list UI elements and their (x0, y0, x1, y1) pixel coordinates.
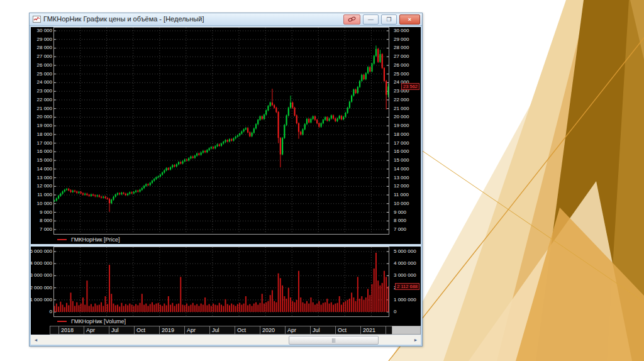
price-axis-right: 23 562 30 00029 00028 00027 00026 00025 … (392, 27, 421, 235)
axis-tick-label: 19 000 (394, 123, 409, 128)
window-chart-icon (33, 16, 41, 23)
ruler-left-pad (31, 326, 50, 335)
axis-tick-label: 28 000 (37, 45, 52, 50)
scrollbar-thumb[interactable] (289, 336, 379, 345)
axis-tick-label: 2 000 000 (31, 286, 52, 291)
axis-tick-label: 5 000 000 (31, 249, 52, 254)
maximize-button[interactable]: ❐ (381, 14, 397, 25)
time-axis-label: Oct (335, 326, 360, 335)
axis-tick-label: 0 (50, 309, 52, 314)
volume-series-marker (57, 321, 67, 322)
axis-tick-label: 11 000 (394, 192, 409, 197)
axis-tick-label: 14 000 (394, 167, 409, 172)
last-volume-badge: 2 112 688 (395, 283, 419, 290)
axis-tick-label: 11 000 (37, 192, 52, 197)
price-legend-label: ГМКНорНик [Price] (71, 236, 119, 243)
axis-tick-label: 3 000 000 (394, 273, 416, 278)
volume-axis-left: 5 000 0004 000 0003 000 0002 000 0001 00… (31, 247, 53, 317)
axis-tick-label: 22 000 (37, 97, 52, 103)
price-legend: ГМКНорНик [Price] (31, 235, 421, 244)
axis-tick-label: 21 000 (37, 106, 52, 111)
axis-tick-label: 14 000 (37, 167, 52, 172)
axis-tick-label: 8 000 (394, 218, 406, 223)
axis-tick-label: 3 000 000 (31, 273, 52, 278)
volume-axis-right: 2 112 688 5 000 0004 000 0003 000 0002 0… (392, 247, 421, 317)
time-axis-label: 2018 (58, 326, 84, 335)
last-price-badge: 23 562 (401, 83, 419, 90)
ruler-lead-cell (50, 326, 58, 335)
axis-tick-label: 7 000 (394, 227, 406, 232)
volume-plot-area[interactable] (53, 247, 392, 317)
axis-tick-label: 20 000 (394, 114, 409, 119)
time-axis-label: Apr (184, 326, 209, 335)
axis-tick-label: 30 000 (394, 28, 409, 33)
axis-tick-label: 15 000 (37, 158, 52, 163)
time-axis-ruler: 2018AprJulOct2019AprJulOct2020AprJulOct2… (31, 326, 421, 335)
price-plot-area[interactable] (53, 27, 392, 235)
window-title: ГМКНорНик График цены и объёма - [Недель… (43, 13, 341, 25)
axis-tick-label: 10 000 (394, 201, 409, 206)
axis-tick-label: 19 000 (37, 123, 52, 128)
axis-tick-label: 25 000 (394, 72, 409, 77)
axis-tick-label: 16 000 (37, 149, 52, 154)
window-titlebar[interactable]: ГМКНорНик График цены и объёма - [Недель… (30, 13, 422, 26)
price-pane: 30 00029 00028 00027 00026 00025 00024 0… (31, 27, 421, 235)
axis-tick-label: 5 000 000 (394, 249, 416, 254)
axis-tick-label: 29 000 (394, 37, 409, 42)
axis-tick-label: 4 000 000 (31, 261, 52, 266)
volume-pane: 5 000 0004 000 0003 000 0002 000 0001 00… (31, 247, 421, 317)
axis-tick-label: 0 (394, 309, 396, 314)
axis-tick-label: 17 000 (394, 141, 409, 146)
axis-tick-label: 30 000 (37, 28, 52, 33)
axis-tick-label: 18 000 (394, 132, 409, 137)
axis-tick-label: 7 000 (40, 227, 52, 232)
ruler-tail (386, 326, 392, 335)
scroll-left-arrow[interactable]: ◄ (31, 335, 41, 345)
close-button[interactable]: × (399, 14, 420, 25)
axis-tick-label: 20 000 (37, 114, 52, 119)
axis-tick-label: 4 000 000 (394, 261, 416, 266)
time-axis-label: Oct (235, 326, 260, 335)
axis-tick-label: 16 000 (394, 149, 409, 154)
axis-tick-label: 12 000 (37, 184, 52, 189)
time-axis-label: Oct (134, 326, 159, 335)
time-axis-label: Apr (84, 326, 109, 335)
axis-tick-label: 10 000 (37, 201, 52, 206)
scrollbar-track[interactable] (41, 335, 411, 345)
ruler-end-block (392, 326, 421, 335)
time-axis-label: Jul (209, 326, 235, 335)
axis-tick-label: 17 000 (37, 141, 52, 146)
axis-tick-label: 24 000 (37, 80, 52, 85)
axis-tick-label: 29 000 (37, 37, 52, 42)
chart-window: ГМКНорНик График цены и объёма - [Недель… (29, 13, 423, 347)
window-content: 30 00029 00028 00027 00026 00025 00024 0… (31, 27, 421, 345)
chain-link-icon (348, 16, 356, 22)
axis-tick-label: 1 000 000 (394, 297, 416, 303)
axis-tick-label: 22 000 (394, 97, 409, 103)
axis-tick-label: 15 000 (394, 158, 409, 163)
time-axis-label: Jul (109, 326, 134, 335)
minimize-button[interactable]: — (363, 14, 379, 25)
axis-tick-label: 9 000 (394, 210, 406, 215)
axis-tick-label: 26 000 (394, 63, 409, 68)
axis-tick-label: 28 000 (394, 45, 409, 50)
time-axis-label: 2020 (260, 326, 285, 335)
volume-legend: ГМКНорНик [Volume] (31, 317, 421, 326)
axis-tick-label: 23 000 (37, 89, 52, 94)
axis-tick-label: 26 000 (37, 63, 52, 68)
axis-tick-label: 1 000 000 (31, 297, 52, 303)
link-button[interactable] (343, 14, 360, 25)
time-axis-label: Jul (310, 326, 335, 335)
axis-tick-label: 13 000 (37, 175, 52, 181)
horizontal-scrollbar[interactable]: ◄ ► (31, 335, 421, 345)
axis-tick-label: 27 000 (37, 54, 52, 59)
scroll-right-arrow[interactable]: ► (411, 335, 421, 345)
axis-tick-label: 13 000 (394, 175, 409, 181)
axis-tick-label: 8 000 (40, 218, 52, 223)
axis-tick-label: 25 000 (37, 72, 52, 77)
volume-bar-chart (53, 247, 389, 317)
candlestick-chart (53, 27, 389, 235)
time-axis-label: Apr (285, 326, 310, 335)
axis-tick-label: 9 000 (40, 210, 52, 215)
volume-legend-label: ГМКНорНик [Volume] (71, 318, 126, 325)
